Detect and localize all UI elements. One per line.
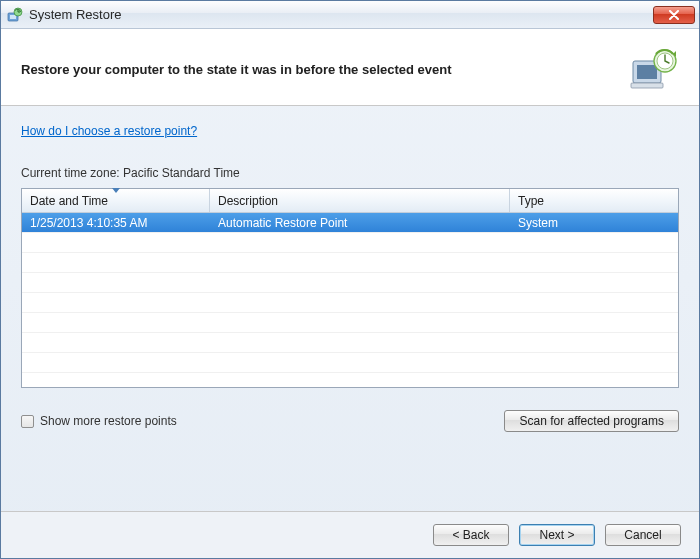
column-header-label: Type [518,194,544,208]
svg-rect-5 [631,83,663,88]
wizard-content: How do I choose a restore point? Current… [1,106,699,511]
close-button[interactable] [653,6,695,24]
cell-date: 1/25/2013 4:10:35 AM [22,213,210,232]
table-footer-row: Show more restore points Scan for affect… [21,410,679,432]
help-link[interactable]: How do I choose a restore point? [21,124,679,138]
system-restore-icon [7,7,23,23]
table-body: 1/25/2013 4:10:35 AM Automatic Restore P… [22,213,678,387]
back-button[interactable]: < Back [433,524,509,546]
checkbox-label: Show more restore points [40,414,177,428]
table-row-empty [22,353,678,373]
table-row-empty [22,333,678,353]
table-header: Date and Time Description Type [22,189,678,213]
svg-rect-4 [637,65,657,79]
restore-icon [629,47,679,91]
table-row-empty [22,313,678,333]
cell-description: Automatic Restore Point [210,213,510,232]
table-row[interactable]: 1/25/2013 4:10:35 AM Automatic Restore P… [22,213,678,233]
show-more-checkbox[interactable]: Show more restore points [21,414,177,428]
column-header-description[interactable]: Description [210,189,510,212]
restore-points-table: Date and Time Description Type 1/25/2013… [21,188,679,388]
table-row-empty [22,273,678,293]
column-header-label: Description [218,194,278,208]
wizard-header: Restore your computer to the state it wa… [1,29,699,106]
window-title: System Restore [29,7,653,22]
column-header-type[interactable]: Type [510,189,678,212]
wizard-footer: < Back Next > Cancel [1,511,699,558]
sort-desc-icon [112,188,120,193]
scan-affected-button[interactable]: Scan for affected programs [504,410,679,432]
page-heading: Restore your computer to the state it wa… [21,62,617,77]
timezone-label: Current time zone: Pacific Standard Time [21,166,679,180]
column-header-date[interactable]: Date and Time [22,189,210,212]
table-row-empty [22,293,678,313]
cell-type: System [510,213,678,232]
table-row-empty [22,233,678,253]
titlebar: System Restore [1,1,699,29]
svg-rect-1 [10,15,16,19]
next-button[interactable]: Next > [519,524,595,546]
system-restore-window: System Restore Restore your computer to … [0,0,700,559]
table-row-empty [22,253,678,273]
checkbox-icon [21,415,34,428]
column-header-label: Date and Time [30,194,108,208]
cancel-button[interactable]: Cancel [605,524,681,546]
